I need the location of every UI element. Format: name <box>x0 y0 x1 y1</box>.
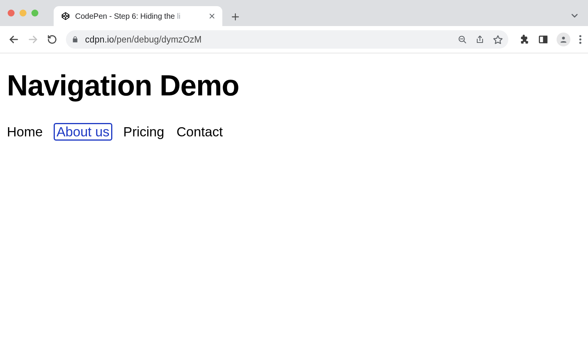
tab-strip: CodePen - Step 6: Hiding the li <box>0 0 588 26</box>
kebab-menu-icon[interactable] <box>579 34 582 44</box>
zoom-out-icon[interactable] <box>458 35 467 44</box>
back-button[interactable] <box>6 32 21 47</box>
lock-icon <box>71 36 79 43</box>
share-icon[interactable] <box>475 35 485 44</box>
browser-chrome: CodePen - Step 6: Hiding the li <box>0 0 588 53</box>
page-content: Navigation Demo Home About us Pricing Co… <box>0 53 588 139</box>
svg-point-15 <box>562 37 565 39</box>
tab-list-button[interactable] <box>570 11 580 21</box>
tab-title-main: CodePen - Step 6: Hiding the <box>75 12 177 20</box>
forward-button[interactable] <box>25 32 41 47</box>
address-bar[interactable]: cdpn.io/pen/debug/dymzOzM <box>66 30 508 49</box>
main-nav: Home About us Pricing Contact <box>7 124 581 139</box>
nav-link-home[interactable]: Home <box>7 124 43 139</box>
window-controls <box>8 10 38 16</box>
nav-link-contact[interactable]: Contact <box>177 124 223 139</box>
toolbar-right-icons <box>520 33 582 46</box>
nav-item-home: Home <box>7 124 43 139</box>
tab-title: CodePen - Step 6: Hiding the li <box>75 12 203 21</box>
page-heading: Navigation Demo <box>7 69 581 102</box>
bookmark-star-icon[interactable] <box>493 34 503 44</box>
nav-item-pricing: Pricing <box>123 124 164 139</box>
svg-point-16 <box>579 35 581 37</box>
tab-close-button[interactable] <box>209 13 215 20</box>
extensions-icon[interactable] <box>520 34 530 44</box>
svg-rect-14 <box>544 36 547 43</box>
nav-item-contact: Contact <box>177 124 223 139</box>
nav-link-about[interactable]: About us <box>55 124 111 139</box>
browser-toolbar: cdpn.io/pen/debug/dymzOzM <box>0 26 588 53</box>
nav-item-about: About us <box>55 124 111 139</box>
reload-button[interactable] <box>44 32 60 47</box>
window-minimize-button[interactable] <box>20 10 26 16</box>
new-tab-button[interactable] <box>231 12 240 21</box>
window-close-button[interactable] <box>8 10 15 16</box>
svg-point-17 <box>579 38 581 40</box>
profile-avatar[interactable] <box>557 33 570 46</box>
svg-marker-12 <box>494 36 502 43</box>
window-zoom-button[interactable] <box>31 10 38 16</box>
url-text: cdpn.io/pen/debug/dymzOzM <box>85 34 202 45</box>
svg-line-10 <box>464 41 466 43</box>
browser-tab-active[interactable]: CodePen - Step 6: Hiding the li <box>54 6 222 26</box>
nav-link-pricing[interactable]: Pricing <box>123 124 164 139</box>
svg-point-18 <box>579 42 581 44</box>
tab-title-truncated: li <box>177 12 181 20</box>
side-panel-icon[interactable] <box>538 34 548 44</box>
url-host: cdpn.io <box>85 34 114 44</box>
codepen-icon <box>61 12 70 20</box>
url-path: /pen/debug/dymzOzM <box>114 34 202 44</box>
